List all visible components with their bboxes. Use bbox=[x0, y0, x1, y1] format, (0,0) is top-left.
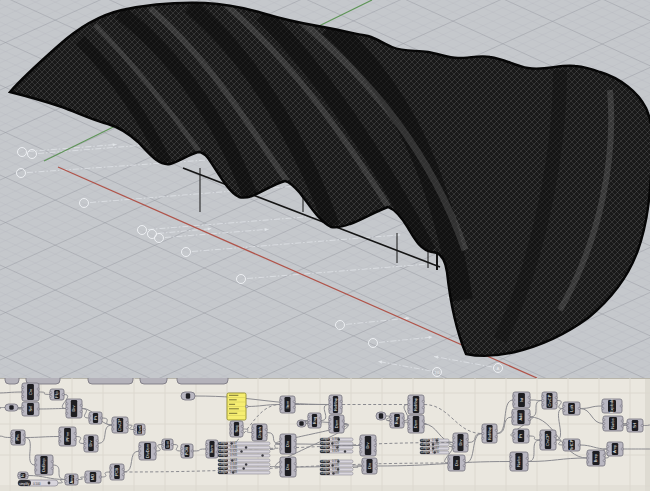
gh-node-div6[interactable]: Div bbox=[362, 458, 378, 474]
gh-node-label: Div bbox=[365, 443, 370, 449]
gh-node-amp1[interactable]: Amp bbox=[65, 474, 79, 485]
gh-number-slider[interactable]: Length0.088 bbox=[218, 470, 270, 474]
gh-node-grf[interactable]: Graph bbox=[252, 424, 268, 441]
gh-number-slider[interactable]: Length0.446 bbox=[218, 445, 270, 449]
gh-node-dom1[interactable]: Dom bbox=[329, 415, 345, 433]
gh-node-ccp3[interactable]: CrvCP bbox=[540, 430, 557, 450]
gh-node-pob[interactable]: POB bbox=[181, 444, 194, 458]
clipped-component-top[interactable] bbox=[177, 378, 228, 384]
gh-node-cap-r[interactable] bbox=[181, 392, 195, 400]
slider-grip[interactable] bbox=[344, 450, 346, 452]
gh-node-div4[interactable]: Div bbox=[280, 457, 297, 477]
gh-node-rng1[interactable]: Rng bbox=[308, 413, 322, 428]
gh-node-div2[interactable]: Div bbox=[84, 435, 99, 452]
slider-name: Length bbox=[321, 449, 329, 453]
gh-node-crv[interactable]: Crv bbox=[22, 383, 40, 401]
slider-name: Length bbox=[219, 449, 227, 453]
gh-node-md[interactable]: MD bbox=[85, 471, 102, 483]
gh-node-pfr[interactable]: PFrm bbox=[59, 427, 77, 446]
gh-node-dom2[interactable]: Dom bbox=[408, 415, 425, 433]
rhino-perspective-viewport[interactable]: DSEdCfB5A10A bbox=[0, 0, 650, 378]
slider-grip[interactable] bbox=[232, 471, 234, 473]
gh-node-label: Item bbox=[285, 400, 290, 408]
slider-grip[interactable] bbox=[48, 482, 51, 485]
gh-node-amp2[interactable]: Amp bbox=[607, 442, 624, 456]
gh-node-sgD[interactable]: Length0.371Length0.035Length0.358Length0… bbox=[320, 459, 353, 475]
gh-node-nrb1[interactable]: Nurbs bbox=[510, 452, 529, 471]
gh-node-scp[interactable]: SrfCP bbox=[563, 439, 581, 451]
gh-number-slider[interactable]: Length3.829 bbox=[320, 449, 353, 453]
gh-node-dvd[interactable]: DivDom bbox=[139, 442, 157, 460]
gh-number-slider[interactable]: Length0.047 bbox=[218, 441, 270, 445]
gh-node-label: Amp bbox=[69, 475, 74, 484]
gh-node-itm2[interactable]: Item bbox=[280, 396, 296, 413]
gh-node-loft[interactable]: Loft bbox=[563, 402, 581, 415]
gh-number-slider[interactable]: Length0.448 bbox=[218, 462, 270, 466]
gh-node-rmp1[interactable]: ReMap bbox=[329, 395, 343, 414]
gh-node-int[interactable]: Int bbox=[513, 392, 531, 408]
gh-node-pln[interactable]: Pln bbox=[11, 430, 26, 445]
gh-number-slider[interactable]: Length0.320 bbox=[218, 449, 270, 453]
gh-node-itm1[interactable]: Item bbox=[206, 440, 219, 458]
gh-node-div5[interactable]: Div bbox=[360, 435, 377, 456]
gh-node-seq[interactable]: Seq bbox=[230, 421, 244, 437]
gh-node-add[interactable]: Add bbox=[512, 409, 531, 425]
gh-node-div1[interactable]: Div bbox=[66, 399, 83, 418]
slider-grip[interactable] bbox=[242, 467, 244, 469]
gh-node-srf2[interactable]: Srf bbox=[627, 419, 644, 432]
gh-node-label: DivDom bbox=[145, 443, 150, 458]
gh-node-label: PCB bbox=[114, 468, 119, 477]
gh-node-lst[interactable]: List bbox=[162, 439, 174, 450]
grid-bubble-label: 10 bbox=[435, 370, 440, 375]
gh-node-div3[interactable]: Div bbox=[280, 434, 297, 454]
gh-node-rmp3[interactable]: ReMap bbox=[482, 424, 498, 443]
gh-node-num[interactable]: N bbox=[18, 472, 29, 479]
grasshopper-canvas[interactable]: CrvFlipSrfDivPtCrvCPEvalPlnPFrmDivDeBrep… bbox=[0, 378, 650, 491]
gh-node-label: Div bbox=[285, 441, 290, 447]
gh-node-exp[interactable]: Explode bbox=[602, 398, 623, 413]
slider-grip[interactable] bbox=[245, 446, 247, 448]
gh-node-div8[interactable]: Div bbox=[448, 455, 466, 471]
gh-node-pt1[interactable]: Pt bbox=[89, 412, 103, 424]
gh-node-label: Dom bbox=[334, 419, 339, 428]
gh-node-capm[interactable] bbox=[297, 420, 306, 427]
gh-node-ccp1[interactable]: CrvCP bbox=[112, 417, 129, 433]
gh-number-slider[interactable]: Length1.030 bbox=[420, 450, 449, 454]
gh-node-sgC[interactable]: Length0.398Length0.020Length0.318Length3… bbox=[320, 437, 353, 453]
gh-node-ccp2[interactable]: CrvCP bbox=[542, 392, 558, 409]
slider-grip[interactable] bbox=[245, 463, 247, 465]
gh-node-cap4[interactable] bbox=[376, 412, 386, 420]
slider-grip[interactable] bbox=[261, 454, 263, 456]
gh-number-slider[interactable]: Length0.088 bbox=[320, 471, 353, 475]
gh-number-slider[interactable]: Length0.905 bbox=[218, 453, 270, 457]
slider-name: Length bbox=[219, 445, 227, 449]
gh-number-slider[interactable]: Length0.380 bbox=[218, 466, 270, 470]
gh-node-div7[interactable]: Div bbox=[453, 433, 469, 452]
clipped-component-top[interactable] bbox=[88, 378, 133, 384]
clipped-component-top[interactable] bbox=[140, 378, 167, 384]
slider-grip[interactable] bbox=[433, 451, 435, 453]
gh-node-flip[interactable]: Flip bbox=[50, 389, 65, 400]
gh-node-label: CrvCP bbox=[547, 394, 552, 406]
gh-node-del[interactable]: DeBrep bbox=[35, 455, 54, 475]
gh-node-sgB[interactable]: Length0.063Length0.448Length0.380Length0… bbox=[218, 458, 270, 474]
gh-node-rmp2[interactable]: ReMap bbox=[408, 395, 425, 414]
slider-name: Length bbox=[421, 446, 429, 450]
gh-node-brep[interactable]: Brep bbox=[587, 450, 606, 466]
gh-node-panel[interactable] bbox=[227, 393, 248, 420]
gh-node-expr[interactable]: Eval bbox=[134, 424, 146, 435]
gh-node-sgE[interactable]: Length0.375Length0.080Length0.087Length1… bbox=[420, 438, 449, 454]
gh-node-srf[interactable]: Srf bbox=[22, 402, 40, 416]
gh-node-sgA[interactable]: Length0.047Length0.446Length0.320Length0… bbox=[218, 441, 270, 457]
clipped-component-top[interactable] bbox=[5, 378, 19, 384]
slider-grip[interactable] bbox=[332, 472, 334, 474]
slider-value: 3.829 bbox=[332, 449, 339, 453]
gh-node-pt2[interactable]: Pt bbox=[513, 429, 530, 443]
gh-node-rng2[interactable]: Rng bbox=[390, 413, 405, 428]
gh-node-cap-l[interactable] bbox=[5, 404, 18, 411]
gh-node-nrb2[interactable]: Nurbs bbox=[603, 416, 624, 431]
gh-node-simp[interactable]: simplify0.500 bbox=[18, 480, 58, 486]
slider-grip[interactable] bbox=[240, 450, 242, 452]
gh-node-pcb[interactable]: PCB bbox=[110, 464, 125, 480]
gh-number-slider[interactable]: Length0.063 bbox=[218, 458, 270, 462]
